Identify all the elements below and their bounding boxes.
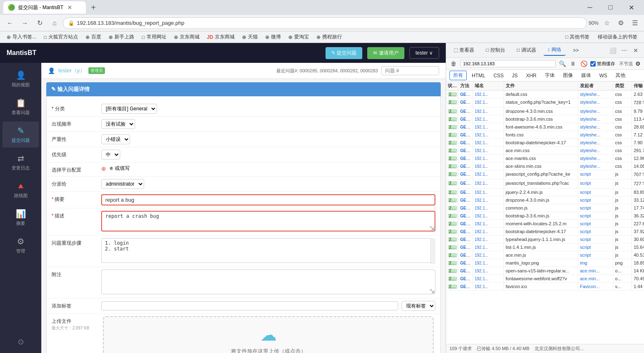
search-network-icon[interactable]: 🔍	[558, 60, 566, 68]
category-select[interactable]: [所有项目] General	[101, 104, 157, 114]
bookmark-jd2[interactable]: JD 京东商城	[204, 33, 238, 41]
filter-js[interactable]: JS	[509, 72, 521, 79]
severity-select[interactable]: 小错误	[101, 134, 130, 144]
refresh-button[interactable]: ↻	[33, 17, 46, 30]
address-bar[interactable]: 🔒 192.168.13.183/mantis/bug_report_page.…	[63, 17, 587, 29]
sidebar-item-admin[interactable]: ⚙ 管理	[2, 232, 39, 258]
steps-textarea[interactable]: 1. login 2. start	[101, 238, 435, 263]
filter-media[interactable]: 媒体	[578, 71, 594, 80]
pause-network-icon[interactable]: ⏸	[569, 60, 577, 68]
network-table-row[interactable]: 200 GET 🔒 192.1... list-1.4.1.min.js scr…	[446, 243, 644, 251]
browser-tab[interactable]: 🐛 提交问题 - MantisBT ✕	[3, 1, 86, 14]
filter-image[interactable]: 图像	[560, 71, 576, 80]
network-table-row[interactable]: 200 GET 🔒 192.1... ace.min.css styleshe.…	[446, 147, 644, 155]
network-table-row[interactable]: 200 GET 🔒 192.1... fontawesome-webfont.w…	[446, 275, 644, 283]
close-button[interactable]: ✕	[622, 1, 641, 14]
bookmark-weibo[interactable]: ⊕ 微博	[262, 33, 284, 41]
network-table-row[interactable]: 200 GET 🔒 192.1... bootstrap-3.3.6.min.c…	[446, 115, 644, 123]
network-table-row[interactable]: 200 GET 🔒 192.1... dropzone-4.3.0.min.js…	[446, 196, 644, 204]
network-table-row[interactable]: 200 GET 🔒 192.1... common.js script js 1…	[446, 204, 644, 212]
bookmark-other[interactable]: □ 其他书签	[562, 33, 593, 41]
bookmark-ctrip[interactable]: ⊕ 携程旅行	[313, 33, 345, 41]
user-menu-button[interactable]: tester ∨	[409, 47, 439, 59]
filter-xhr[interactable]: XHR	[523, 72, 539, 79]
bookmark-baidu[interactable]: ⊕ 百度	[82, 33, 105, 41]
network-table-row[interactable]: 200 GET 🔒 192.1... ace.min.js script js …	[446, 251, 644, 259]
network-table-row[interactable]: 200 GET 🔒 192.1... font-awesome-4.6.3.mi…	[446, 123, 644, 131]
invite-user-button[interactable]: ✉ 邀请用户	[367, 47, 404, 59]
issue-search-input[interactable]	[381, 66, 439, 75]
minimize-button[interactable]: ─	[580, 1, 599, 14]
bookmark-newhand[interactable]: ⊕ 新手上路	[105, 33, 138, 41]
bookmark-tmall[interactable]: ⊕ 天猫	[239, 33, 261, 41]
network-table-row[interactable]: 200 GET 🔒 192.1... bootstrap-datetimepic…	[446, 139, 644, 147]
network-table-row[interactable]: 200 GET 🔒 192.1... ace-mantis.css styles…	[446, 155, 644, 162]
tags-existing-select[interactable]: 现有标签	[402, 301, 435, 311]
devtools-tab-debugger[interactable]: □ 调试器	[513, 45, 540, 55]
network-table-row[interactable]: 200 GET 🔒 192.1... bootstrap-datetimepic…	[446, 228, 644, 236]
filter-all[interactable]: 所有	[449, 71, 467, 80]
network-table-row[interactable]: 200 GET 🔒 192.1... moment-with-locales-2…	[446, 220, 644, 228]
sidebar-item-roadmap[interactable]: 🔺 路线图	[2, 177, 39, 203]
network-table-row[interactable]: 200 GET 🔒 192.1... javascript_config.php…	[446, 170, 644, 179]
bookmark-common[interactable]: □ 常用网址	[138, 33, 169, 41]
network-table-row[interactable]: 200 GET 🔒 192.1... default.css styleshe.…	[446, 91, 644, 98]
clear-network-button[interactable]: 🗑	[449, 60, 458, 68]
sidebar-item-changelog[interactable]: ⇄ 变更日志	[2, 149, 39, 175]
description-textarea[interactable]: report a crash bug	[101, 211, 435, 231]
network-table-row[interactable]: 200 GET 🔒 192.1... jquery-2.2.4.min.js s…	[446, 188, 644, 196]
back-button[interactable]: ←	[3, 17, 17, 30]
bookmark-import[interactable]: ⊕ 导入书签...	[3, 33, 40, 41]
devtools-close-icon[interactable]: ✕	[631, 45, 641, 55]
devtools-tab-more[interactable]: >>	[569, 46, 583, 55]
devtools-tab-network[interactable]: ↕ 网络	[544, 45, 566, 56]
network-table-row[interactable]: 200 GET 🔒 192.1... mantis_logo.png img p…	[446, 259, 644, 267]
extensions-icon[interactable]: ⚙	[615, 17, 627, 29]
network-table-row[interactable]: 200 GET 🔒 192.1... status_config.php?cac…	[446, 98, 644, 107]
frequency-select[interactable]: 没有试验	[101, 119, 135, 129]
block-network-icon[interactable]: 🚫	[580, 60, 588, 68]
filter-font[interactable]: 字体	[542, 71, 558, 80]
devtools-tab-inspector[interactable]: ⬚ 查看器	[449, 45, 478, 55]
bookmark-firefox[interactable]: □ 火狐官方站点	[40, 33, 81, 41]
network-table-row[interactable]: 200 GET 🔒 192.1... bootstrap-3.3.6.min.j…	[446, 212, 644, 220]
network-table-row[interactable]: 200 GET 🔒 192.1... typeahead.jquery-1.1.…	[446, 236, 644, 243]
bookmark-star-icon[interactable]: ☆	[601, 17, 613, 29]
sidebar-item-my-view[interactable]: 👤 我的视图	[2, 66, 39, 92]
network-table-row[interactable]: 200 GET 🔒 192.1... ace-skins.min.css sty…	[446, 162, 644, 170]
bookmark-taobao[interactable]: ⊕ 爱淘宝	[285, 33, 312, 41]
network-table-row[interactable]: 200 GET 🔒 192.1... javascript_translatio…	[446, 179, 644, 188]
network-table-row[interactable]: 200 GET 🔒 192.1... open-sans-v15-latin-r…	[446, 267, 644, 275]
sidebar-toggle[interactable]: ⊙	[14, 334, 27, 350]
settings-icon[interactable]: ⚙	[635, 60, 641, 67]
upload-dropzone[interactable]: ☁ 将文件放在这里上传（或点击）	[103, 316, 434, 353]
forward-button[interactable]: →	[18, 17, 31, 30]
filter-other[interactable]: 其他	[612, 71, 629, 80]
sidebar-item-view-issues[interactable]: 📋 查看问题	[2, 94, 39, 120]
bookmark-mobile[interactable]: 移动设备上的书签	[594, 33, 641, 41]
network-table-row[interactable]: 200 GET 🔒 192.1... dropzone-4.3.0.min.cs…	[446, 107, 644, 115]
menu-icon[interactable]: ☰	[629, 17, 641, 29]
sidebar-item-summary[interactable]: 📊 摘要	[2, 205, 39, 231]
filter-html[interactable]: HTML	[468, 72, 489, 79]
note-textarea[interactable]	[101, 270, 435, 294]
tags-input[interactable]	[101, 301, 398, 310]
assign-select[interactable]: administrator	[101, 179, 144, 189]
network-table-row[interactable]: 200 GET 🔒 192.1... favicon.ico Favicon..…	[446, 283, 644, 291]
network-table-row[interactable]: 200 GET 🔒 192.1... fonts.css styleshe...…	[446, 131, 644, 139]
home-button[interactable]: ⌂	[48, 17, 61, 30]
priority-select[interactable]: 中	[101, 150, 120, 160]
maximize-button[interactable]: □	[601, 1, 620, 14]
devtools-dock-icon[interactable]: ⬜	[608, 45, 618, 55]
network-url-filter[interactable]	[460, 60, 556, 67]
new-tab-button[interactable]: +	[88, 2, 99, 13]
sidebar-item-submit-issue[interactable]: ✎ 提交问题	[2, 122, 39, 148]
submit-issue-button[interactable]: ✎ 提交问题	[326, 47, 362, 59]
tab-close-button[interactable]: ✕	[67, 4, 73, 11]
summary-input[interactable]	[101, 194, 435, 205]
bookmark-jd1[interactable]: ⊕ 京东商城	[171, 33, 203, 41]
devtools-tab-console[interactable]: □ 控制台	[482, 45, 509, 55]
disable-cache-checkbox[interactable]	[590, 61, 596, 67]
filter-ws[interactable]: WS	[596, 72, 611, 79]
filter-css[interactable]: CSS	[490, 72, 507, 79]
